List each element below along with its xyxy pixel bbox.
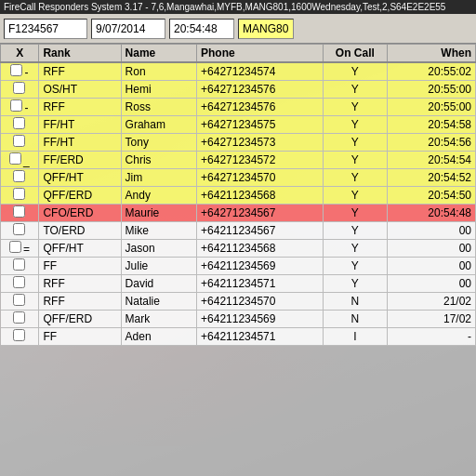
row-oncall: Y — [323, 116, 387, 134]
table-row[interactable]: QFF/HTJim+64271234570Y20:54:52 — [1, 169, 476, 187]
row-checkbox[interactable] — [1, 81, 39, 99]
row-name: Chris — [121, 152, 196, 169]
time-field[interactable] — [169, 19, 234, 39]
title-text: FireCall Responders System 3.17 - 7,6,Ma… — [4, 2, 445, 12]
checkbox-input[interactable] — [13, 82, 25, 94]
table-row[interactable]: RFFNatalie+64211234570N21/02 — [1, 293, 476, 311]
row-name: Jason — [121, 240, 196, 258]
row-checkbox[interactable]: = — [1, 240, 39, 258]
row-oncall: Y — [323, 134, 387, 152]
table-row[interactable]: QFF/ERDAndy+64211234568Y20:54:50 — [1, 187, 476, 205]
row-name: Mark — [121, 311, 196, 328]
toolbar — [0, 14, 476, 44]
row-checkbox[interactable] — [1, 275, 39, 293]
id-field[interactable] — [4, 19, 87, 39]
table-body: -RFFRon+64271234574Y20:55:02OS/HTHemi+64… — [1, 62, 476, 346]
row-checkbox[interactable] — [1, 222, 39, 240]
checkbox-input[interactable] — [10, 64, 22, 76]
header-x: X — [1, 45, 39, 63]
row-checkbox[interactable] — [1, 293, 39, 311]
checkbox-input[interactable] — [13, 276, 25, 288]
row-when: 20:55:00 — [387, 81, 475, 99]
row-marker: - — [24, 101, 28, 114]
row-rank: FF — [39, 258, 121, 275]
row-checkbox[interactable] — [1, 258, 39, 275]
row-checkbox[interactable] — [1, 311, 39, 328]
row-phone: +64211234571 — [197, 328, 324, 346]
row-phone: +64211234571 — [197, 275, 324, 293]
checkbox-input[interactable] — [13, 294, 25, 306]
row-phone: +64211234569 — [197, 258, 324, 275]
row-checkbox[interactable] — [1, 134, 39, 152]
table-row[interactable]: RFFDavid+64211234571Y00 — [1, 275, 476, 293]
row-name: Julie — [121, 258, 196, 275]
row-oncall: Y — [323, 275, 387, 293]
table-row[interactable]: FFJulie+64211234569Y00 — [1, 258, 476, 275]
row-oncall: I — [323, 328, 387, 346]
unit-field[interactable] — [238, 19, 294, 39]
checkbox-input[interactable] — [10, 99, 22, 112]
row-checkbox[interactable]: _ — [1, 152, 39, 169]
row-phone: +64271234574 — [197, 62, 324, 81]
table-header-row: X Rank Name Phone On Call When — [1, 45, 476, 63]
table-row[interactable]: QFF/ERDMark+64211234569N17/02 — [1, 311, 476, 328]
row-oncall: Y — [323, 152, 387, 169]
row-when: 20:54:52 — [387, 169, 475, 187]
row-when: 20:55:02 — [387, 62, 475, 81]
checkbox-input[interactable] — [13, 170, 25, 182]
row-when: 00 — [387, 275, 475, 293]
row-oncall: Y — [323, 187, 387, 205]
header-oncall: On Call — [323, 45, 387, 63]
row-name: Andy — [121, 187, 196, 205]
header-phone: Phone — [197, 45, 324, 63]
table-row[interactable]: FF/HTGraham+64271234575Y20:54:58 — [1, 116, 476, 134]
row-phone: +64271234575 — [197, 116, 324, 134]
row-when: 00 — [387, 222, 475, 240]
row-oncall: Y — [323, 62, 387, 81]
row-checkbox[interactable]: - — [1, 62, 39, 81]
title-bar: FireCall Responders System 3.17 - 7,6,Ma… — [0, 0, 476, 14]
table-row[interactable]: -RFFRon+64271234574Y20:55:02 — [1, 62, 476, 81]
checkbox-input[interactable] — [13, 205, 25, 218]
table-row[interactable]: TO/ERDMike+64211234567Y00 — [1, 222, 476, 240]
row-checkbox[interactable] — [1, 205, 39, 222]
row-phone: +64211234569 — [197, 311, 324, 328]
row-name: Mike — [121, 222, 196, 240]
checkbox-input[interactable] — [13, 258, 25, 271]
row-marker: _ — [23, 154, 30, 167]
checkbox-input[interactable] — [13, 117, 25, 129]
checkbox-input[interactable] — [13, 188, 25, 200]
row-checkbox[interactable] — [1, 328, 39, 346]
checkbox-input[interactable] — [9, 152, 21, 165]
table-row[interactable]: FF/HTTony+64271234573Y20:54:56 — [1, 134, 476, 152]
row-rank: FF/HT — [39, 134, 121, 152]
checkbox-input[interactable] — [9, 241, 21, 253]
table-row[interactable]: CFO/ERDMaurie+64271234567Y20:54:48 — [1, 205, 476, 222]
table-row[interactable]: -RFFRoss+64271234576Y20:55:00 — [1, 99, 476, 116]
date-field[interactable] — [91, 19, 165, 39]
row-name: Aden — [121, 328, 196, 346]
row-checkbox[interactable]: - — [1, 99, 39, 116]
row-name: Jim — [121, 169, 196, 187]
table-row[interactable]: OS/HTHemi+64271234576Y20:55:00 — [1, 81, 476, 99]
checkbox-input[interactable] — [13, 311, 25, 324]
table-row[interactable]: =QFF/HTJason+64211234568Y00 — [1, 240, 476, 258]
row-name: David — [121, 275, 196, 293]
row-checkbox[interactable] — [1, 187, 39, 205]
row-oncall: Y — [323, 81, 387, 99]
row-checkbox[interactable] — [1, 169, 39, 187]
checkbox-input[interactable] — [13, 223, 25, 235]
checkbox-input[interactable] — [13, 329, 25, 341]
checkbox-input[interactable] — [13, 135, 25, 147]
table-row[interactable]: FFAden+64211234571I- — [1, 328, 476, 346]
row-rank: RFF — [39, 293, 121, 311]
row-oncall: Y — [323, 258, 387, 275]
row-rank: OS/HT — [39, 81, 121, 99]
table-row[interactable]: _FF/ERDChris+64271234572Y20:54:54 — [1, 152, 476, 169]
row-rank: FF/HT — [39, 116, 121, 134]
row-oncall: Y — [323, 205, 387, 222]
row-checkbox[interactable] — [1, 116, 39, 134]
row-marker: - — [24, 66, 28, 79]
row-phone: +64211234568 — [197, 240, 324, 258]
table-wrapper: X Rank Name Phone On Call When -RFFRon+6… — [0, 44, 476, 476]
